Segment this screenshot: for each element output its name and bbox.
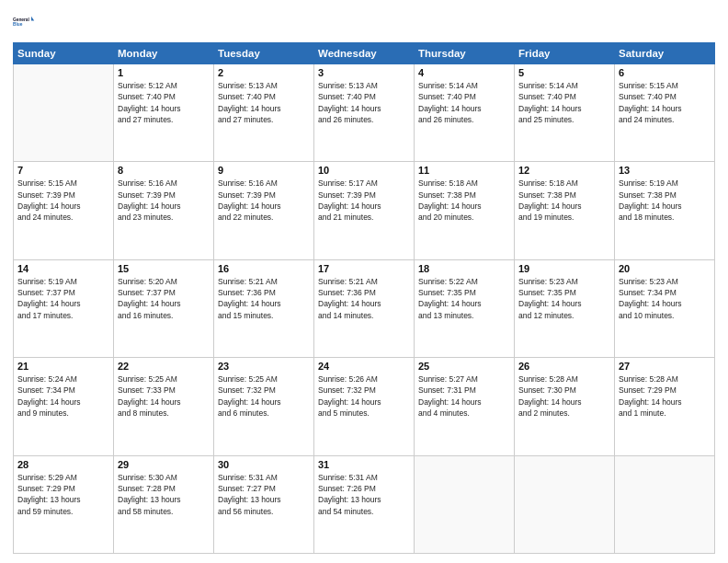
calendar-cell: 7Sunrise: 5:15 AM Sunset: 7:39 PM Daylig…	[14, 162, 114, 259]
day-number: 13	[619, 165, 711, 176]
svg-marker-2	[31, 17, 34, 21]
calendar-cell: 14Sunrise: 5:19 AM Sunset: 7:37 PM Dayli…	[14, 259, 114, 357]
day-info: Sunrise: 5:22 AM Sunset: 7:35 PM Dayligh…	[418, 276, 510, 321]
day-info: Sunrise: 5:16 AM Sunset: 7:39 PM Dayligh…	[218, 178, 310, 223]
day-info: Sunrise: 5:25 AM Sunset: 7:32 PM Dayligh…	[218, 373, 310, 419]
calendar-cell: 21Sunrise: 5:24 AM Sunset: 7:34 PM Dayli…	[14, 358, 114, 455]
calendar-cell	[515, 455, 615, 553]
day-number: 20	[619, 263, 711, 274]
day-info: Sunrise: 5:20 AM Sunset: 7:37 PM Dayligh…	[118, 276, 210, 321]
day-info: Sunrise: 5:13 AM Sunset: 7:40 PM Dayligh…	[318, 80, 410, 125]
day-number: 30	[218, 459, 310, 470]
calendar-cell: 4Sunrise: 5:14 AM Sunset: 7:40 PM Daylig…	[415, 64, 515, 162]
day-info: Sunrise: 5:15 AM Sunset: 7:39 PM Dayligh…	[17, 178, 109, 223]
calendar-table: SundayMondayTuesdayWednesdayThursdayFrid…	[13, 42, 715, 554]
day-number: 7	[17, 165, 109, 176]
weekday-header-wednesday: Wednesday	[314, 43, 415, 64]
day-number: 15	[118, 263, 210, 274]
day-info: Sunrise: 5:31 AM Sunset: 7:26 PM Dayligh…	[318, 472, 410, 517]
weekday-header-thursday: Thursday	[415, 43, 515, 64]
calendar-week-1: 1Sunrise: 5:12 AM Sunset: 7:40 PM Daylig…	[14, 64, 715, 162]
day-info: Sunrise: 5:17 AM Sunset: 7:39 PM Dayligh…	[318, 178, 410, 223]
calendar-cell: 11Sunrise: 5:18 AM Sunset: 7:38 PM Dayli…	[415, 162, 515, 259]
day-number: 8	[118, 165, 210, 176]
day-info: Sunrise: 5:15 AM Sunset: 7:40 PM Dayligh…	[619, 80, 711, 125]
day-info: Sunrise: 5:29 AM Sunset: 7:29 PM Dayligh…	[17, 472, 109, 517]
day-number: 1	[118, 67, 210, 78]
day-number: 12	[518, 165, 610, 176]
calendar-cell: 3Sunrise: 5:13 AM Sunset: 7:40 PM Daylig…	[314, 64, 415, 162]
weekday-header-tuesday: Tuesday	[214, 43, 314, 64]
day-number: 6	[619, 67, 711, 78]
day-info: Sunrise: 5:24 AM Sunset: 7:34 PM Dayligh…	[17, 373, 109, 419]
day-number: 4	[418, 67, 510, 78]
calendar-cell: 10Sunrise: 5:17 AM Sunset: 7:39 PM Dayli…	[314, 162, 415, 259]
calendar-cell	[415, 455, 515, 553]
calendar-cell: 6Sunrise: 5:15 AM Sunset: 7:40 PM Daylig…	[615, 64, 715, 162]
day-number: 2	[218, 67, 310, 78]
calendar-cell: 22Sunrise: 5:25 AM Sunset: 7:33 PM Dayli…	[114, 358, 214, 455]
calendar-cell: 17Sunrise: 5:21 AM Sunset: 7:36 PM Dayli…	[314, 259, 415, 357]
day-number: 16	[218, 263, 310, 274]
svg-text:General: General	[13, 17, 29, 22]
day-number: 18	[418, 263, 510, 274]
day-number: 26	[518, 361, 610, 372]
weekday-header-sunday: Sunday	[14, 43, 114, 64]
calendar-cell: 13Sunrise: 5:19 AM Sunset: 7:38 PM Dayli…	[615, 162, 715, 259]
calendar-week-4: 21Sunrise: 5:24 AM Sunset: 7:34 PM Dayli…	[14, 358, 715, 455]
day-number: 11	[418, 165, 510, 176]
day-number: 28	[17, 459, 109, 470]
calendar-header: SundayMondayTuesdayWednesdayThursdayFrid…	[14, 43, 715, 64]
calendar-cell: 19Sunrise: 5:23 AM Sunset: 7:35 PM Dayli…	[515, 259, 615, 357]
day-number: 10	[318, 165, 410, 176]
day-info: Sunrise: 5:23 AM Sunset: 7:34 PM Dayligh…	[619, 276, 711, 321]
day-info: Sunrise: 5:13 AM Sunset: 7:40 PM Dayligh…	[218, 80, 310, 125]
day-info: Sunrise: 5:27 AM Sunset: 7:31 PM Dayligh…	[418, 373, 510, 419]
calendar-cell: 28Sunrise: 5:29 AM Sunset: 7:29 PM Dayli…	[14, 455, 114, 553]
day-info: Sunrise: 5:21 AM Sunset: 7:36 PM Dayligh…	[218, 276, 310, 321]
day-number: 9	[218, 165, 310, 176]
calendar-cell: 16Sunrise: 5:21 AM Sunset: 7:36 PM Dayli…	[214, 259, 314, 357]
day-number: 3	[318, 67, 410, 78]
calendar-cell: 24Sunrise: 5:26 AM Sunset: 7:32 PM Dayli…	[314, 358, 415, 455]
day-info: Sunrise: 5:12 AM Sunset: 7:40 PM Dayligh…	[118, 80, 210, 125]
calendar-week-3: 14Sunrise: 5:19 AM Sunset: 7:37 PM Dayli…	[14, 259, 715, 357]
calendar-body: 1Sunrise: 5:12 AM Sunset: 7:40 PM Daylig…	[14, 64, 715, 554]
calendar-cell: 26Sunrise: 5:28 AM Sunset: 7:30 PM Dayli…	[515, 358, 615, 455]
day-info: Sunrise: 5:31 AM Sunset: 7:27 PM Dayligh…	[218, 472, 310, 517]
calendar-cell: 9Sunrise: 5:16 AM Sunset: 7:39 PM Daylig…	[214, 162, 314, 259]
day-info: Sunrise: 5:26 AM Sunset: 7:32 PM Dayligh…	[318, 373, 410, 419]
day-number: 25	[418, 361, 510, 372]
weekday-header-saturday: Saturday	[615, 43, 715, 64]
day-number: 14	[17, 263, 109, 274]
day-info: Sunrise: 5:16 AM Sunset: 7:39 PM Dayligh…	[118, 178, 210, 223]
day-info: Sunrise: 5:28 AM Sunset: 7:30 PM Dayligh…	[518, 373, 610, 419]
calendar-cell: 23Sunrise: 5:25 AM Sunset: 7:32 PM Dayli…	[214, 358, 314, 455]
day-info: Sunrise: 5:23 AM Sunset: 7:35 PM Dayligh…	[518, 276, 610, 321]
calendar-cell: 31Sunrise: 5:31 AM Sunset: 7:26 PM Dayli…	[314, 455, 415, 553]
day-number: 24	[318, 361, 410, 372]
calendar-cell: 8Sunrise: 5:16 AM Sunset: 7:39 PM Daylig…	[114, 162, 214, 259]
svg-text:Blue: Blue	[13, 22, 23, 27]
day-info: Sunrise: 5:21 AM Sunset: 7:36 PM Dayligh…	[318, 276, 410, 321]
calendar-week-2: 7Sunrise: 5:15 AM Sunset: 7:39 PM Daylig…	[14, 162, 715, 259]
calendar-cell: 18Sunrise: 5:22 AM Sunset: 7:35 PM Dayli…	[415, 259, 515, 357]
calendar-cell: 2Sunrise: 5:13 AM Sunset: 7:40 PM Daylig…	[214, 64, 314, 162]
page-header: GeneralBlue	[13, 9, 715, 35]
day-info: Sunrise: 5:18 AM Sunset: 7:38 PM Dayligh…	[518, 178, 610, 223]
day-info: Sunrise: 5:30 AM Sunset: 7:28 PM Dayligh…	[118, 472, 210, 517]
day-number: 5	[518, 67, 610, 78]
day-number: 31	[318, 459, 410, 470]
calendar-cell	[14, 64, 114, 162]
calendar-cell: 1Sunrise: 5:12 AM Sunset: 7:40 PM Daylig…	[114, 64, 214, 162]
calendar-cell: 25Sunrise: 5:27 AM Sunset: 7:31 PM Dayli…	[415, 358, 515, 455]
day-number: 19	[518, 263, 610, 274]
day-number: 22	[118, 361, 210, 372]
day-info: Sunrise: 5:18 AM Sunset: 7:38 PM Dayligh…	[418, 178, 510, 223]
calendar-cell: 30Sunrise: 5:31 AM Sunset: 7:27 PM Dayli…	[214, 455, 314, 553]
day-info: Sunrise: 5:19 AM Sunset: 7:37 PM Dayligh…	[17, 276, 109, 321]
calendar-cell: 20Sunrise: 5:23 AM Sunset: 7:34 PM Dayli…	[615, 259, 715, 357]
weekday-header-monday: Monday	[114, 43, 214, 64]
day-info: Sunrise: 5:28 AM Sunset: 7:29 PM Dayligh…	[619, 373, 711, 419]
calendar-week-5: 28Sunrise: 5:29 AM Sunset: 7:29 PM Dayli…	[14, 455, 715, 553]
